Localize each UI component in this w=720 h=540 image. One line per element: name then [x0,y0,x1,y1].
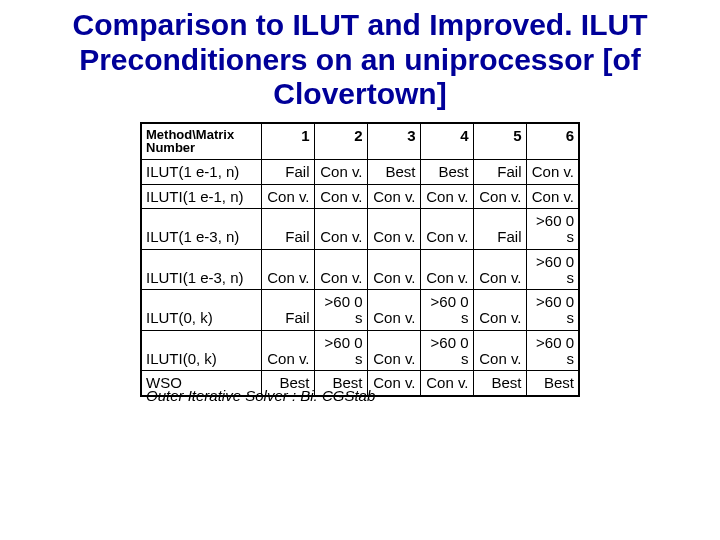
cell: >60 0 s [526,249,579,290]
table-row: ILUTI(0, k) Con v. >60 0 s Con v. >60 0 … [141,330,579,371]
col-header: 6 [526,123,579,160]
cell: >60 0 s [526,290,579,331]
cell: Con v. [367,184,420,209]
table-header-row: Method\Matrix Number 1 2 3 4 5 6 [141,123,579,160]
table-row: ILUT(1 e-1, n) Fail Con v. Best Best Fai… [141,159,579,184]
cell: Fail [473,159,526,184]
cell: >60 0 s [314,290,367,331]
cell: Con v. [261,249,314,290]
table-row: ILUTI(1 e-3, n) Con v. Con v. Con v. Con… [141,249,579,290]
cell: Con v. [314,209,367,250]
col-header: 3 [367,123,420,160]
table-row: ILUTI(1 e-1, n) Con v. Con v. Con v. Con… [141,184,579,209]
footnote: Outer Iterative Solver : Bi. CGStab [146,387,580,404]
cell: >60 0 s [526,209,579,250]
cell: Con v. [526,184,579,209]
cell: Con v. [473,290,526,331]
cell: >60 0 s [526,330,579,371]
cell: >60 0 s [314,330,367,371]
col-header: 5 [473,123,526,160]
comparison-table: Method\Matrix Number 1 2 3 4 5 6 ILUT(1 … [140,122,580,398]
cell: Fail [261,290,314,331]
cell: Con v. [367,249,420,290]
cell: Con v. [473,330,526,371]
cell: Con v. [473,249,526,290]
row-label: ILUT(0, k) [141,290,261,331]
cell: Con v. [261,184,314,209]
row-label: ILUT(1 e-1, n) [141,159,261,184]
cell: Con v. [420,209,473,250]
cell: >60 0 s [420,330,473,371]
cell: Con v. [526,159,579,184]
col-header: 4 [420,123,473,160]
cell: Fail [473,209,526,250]
cell: Con v. [420,184,473,209]
slide-title: Comparison to ILUT and Improved. ILUT Pr… [30,8,690,112]
row-label: ILUTI(1 e-1, n) [141,184,261,209]
cell: Con v. [473,184,526,209]
cell: Best [420,159,473,184]
table-row: ILUT(0, k) Fail >60 0 s Con v. >60 0 s C… [141,290,579,331]
col-header: 2 [314,123,367,160]
cell: Con v. [367,330,420,371]
table-row: ILUT(1 e-3, n) Fail Con v. Con v. Con v.… [141,209,579,250]
cell: Con v. [314,159,367,184]
cell: Con v. [367,290,420,331]
row-label: ILUTI(1 e-3, n) [141,249,261,290]
cell: Fail [261,209,314,250]
cell: >60 0 s [420,290,473,331]
cell: Con v. [314,249,367,290]
cell: Fail [261,159,314,184]
row-label: ILUTI(0, k) [141,330,261,371]
cell: Con v. [314,184,367,209]
cell: Best [367,159,420,184]
header-rowhead: Method\Matrix Number [141,123,261,160]
row-label: ILUT(1 e-3, n) [141,209,261,250]
col-header: 1 [261,123,314,160]
cell: Con v. [367,209,420,250]
cell: Con v. [261,330,314,371]
comparison-table-wrap: Method\Matrix Number 1 2 3 4 5 6 ILUT(1 … [140,122,580,405]
cell: Con v. [420,249,473,290]
